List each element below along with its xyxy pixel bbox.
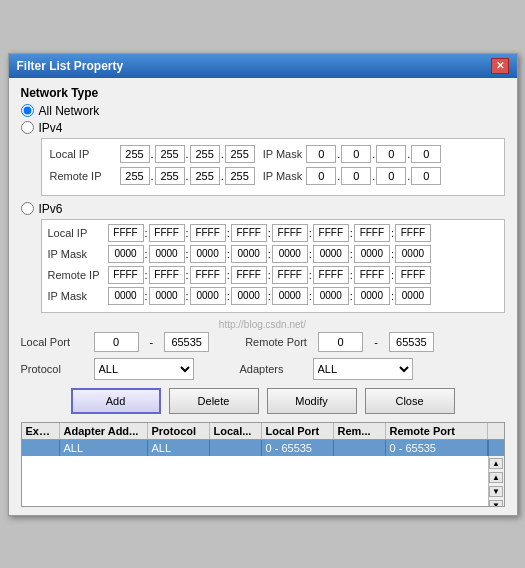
ipv6-local-ip-2[interactable]: [190, 224, 226, 242]
ipv4-local-mask-1[interactable]: [341, 145, 371, 163]
scroll-up2-button[interactable]: ▲: [489, 472, 503, 483]
radio-all-network[interactable]: [21, 104, 34, 117]
ipv6-local-ip-6[interactable]: [354, 224, 390, 242]
ipv6-remote-ip-2[interactable]: [190, 266, 226, 284]
ipv6-local-mask-3[interactable]: [231, 245, 267, 263]
ipv6-remote-mask-row: IP Mask : : : : : :: [48, 287, 498, 305]
ipv4-local-ip-1[interactable]: [155, 145, 185, 163]
ipv4-remote-ip-row: Remote IP . . . IP Mask .: [50, 167, 496, 185]
ipv6-local-mask-4[interactable]: [272, 245, 308, 263]
ipv6-remote-mask-7[interactable]: [395, 287, 431, 305]
local-port-to[interactable]: [164, 332, 209, 352]
ipv6-local-mask-6[interactable]: [354, 245, 390, 263]
ipv6-local-mask-2[interactable]: [190, 245, 226, 263]
col-remote-addr: Rem...: [334, 423, 386, 439]
col-local-addr: Local...: [210, 423, 262, 439]
ipv4-remote-mask-2[interactable]: [376, 167, 406, 185]
ipv6-remote-ip-1[interactable]: [149, 266, 185, 284]
ipv4-local-ip-3[interactable]: [225, 145, 255, 163]
ipv4-local-mask-2[interactable]: [376, 145, 406, 163]
ipv4-remote-mask-1[interactable]: [341, 167, 371, 185]
scroll-up-button[interactable]: ▲: [489, 458, 503, 469]
radio-all-network-label: All Network: [39, 104, 100, 118]
ipv4-remote-mask-field: . . .: [306, 167, 441, 185]
protocol-select[interactable]: ALL TCP UDP ICMP: [94, 358, 194, 380]
ipv6-local-ip-1[interactable]: [149, 224, 185, 242]
ipv6-remote-ip-0[interactable]: [108, 266, 144, 284]
ipv6-remote-mask-3[interactable]: [231, 287, 267, 305]
close-button[interactable]: Close: [365, 388, 455, 414]
delete-button[interactable]: Delete: [169, 388, 259, 414]
table-body: ALL ALL 0 - 65535 0 - 65535 ▲ ▲ ▼ ▼: [22, 440, 504, 506]
table-row[interactable]: ALL ALL 0 - 65535 0 - 65535: [22, 440, 504, 456]
ipv4-local-mask-3[interactable]: [411, 145, 441, 163]
col-protocol: Protocol: [148, 423, 210, 439]
ipv6-remote-ip-4[interactable]: [272, 266, 308, 284]
radio-all-network-row: All Network: [21, 104, 505, 118]
ipv6-remote-ip-6[interactable]: [354, 266, 390, 284]
modify-button[interactable]: Modify: [267, 388, 357, 414]
network-type-label: Network Type: [21, 86, 505, 100]
ipv4-remote-ip-3[interactable]: [225, 167, 255, 185]
port-section: Local Port - Remote Port -: [21, 332, 505, 352]
ipv6-local-mask-field: : : : : : : :: [108, 245, 431, 263]
ipv6-remote-mask-label: IP Mask: [48, 290, 108, 302]
ipv6-remote-mask-2[interactable]: [190, 287, 226, 305]
buttons-row: Add Delete Modify Close: [21, 388, 505, 414]
ipv6-local-mask-label: IP Mask: [48, 248, 108, 260]
ipv6-local-mask-7[interactable]: [395, 245, 431, 263]
close-window-button[interactable]: ✕: [491, 58, 509, 74]
cell-adapter: ALL: [60, 440, 148, 456]
ipv6-remote-mask-0[interactable]: [108, 287, 144, 305]
ipv6-remote-mask-4[interactable]: [272, 287, 308, 305]
ipv4-remote-ip-1[interactable]: [155, 167, 185, 185]
ipv6-local-mask-row: IP Mask : : : : : :: [48, 245, 498, 263]
add-button[interactable]: Add: [71, 388, 161, 414]
ipv4-remote-mask-0[interactable]: [306, 167, 336, 185]
adapters-label: Adapters: [240, 363, 305, 375]
ipv6-local-mask-1[interactable]: [149, 245, 185, 263]
remote-port-from[interactable]: [318, 332, 363, 352]
ipv6-local-ip-4[interactable]: [272, 224, 308, 242]
ipv4-remote-mask-3[interactable]: [411, 167, 441, 185]
ipv6-remote-ip-3[interactable]: [231, 266, 267, 284]
scrollbar: ▲ ▲ ▼ ▼: [488, 456, 504, 506]
radio-ipv4[interactable]: [21, 121, 34, 134]
radio-ipv4-row: IPv4: [21, 121, 505, 135]
ipv6-local-mask-5[interactable]: [313, 245, 349, 263]
ipv6-remote-mask-6[interactable]: [354, 287, 390, 305]
ipv4-remote-ip-0[interactable]: [120, 167, 150, 185]
ipv6-remote-ip-7[interactable]: [395, 266, 431, 284]
ipv4-remote-ip-2[interactable]: [190, 167, 220, 185]
ipv6-remote-ip-label: Remote IP: [48, 269, 108, 281]
remote-port-to[interactable]: [389, 332, 434, 352]
col-adapter: Adapter Add...: [60, 423, 148, 439]
ipv6-local-ip-field: : : : : : : :: [108, 224, 431, 242]
protocol-adapters-section: Protocol ALL TCP UDP ICMP Adapters ALL: [21, 358, 505, 380]
filter-table: Excl... Adapter Add... Protocol Local...…: [21, 422, 505, 507]
radio-ipv6[interactable]: [21, 202, 34, 215]
ipv4-local-ip-2[interactable]: [190, 145, 220, 163]
cell-local-addr: [210, 440, 262, 456]
ipv4-local-ip-row: Local IP . . . IP Mask .: [50, 145, 496, 163]
local-port-from[interactable]: [94, 332, 139, 352]
radio-ipv6-label: IPv6: [39, 202, 63, 216]
table-empty-area: ▲ ▲ ▼ ▼: [22, 456, 504, 506]
ipv6-local-ip-3[interactable]: [231, 224, 267, 242]
main-window: Filter List Property ✕ Network Type All …: [8, 53, 518, 516]
scroll-down2-button[interactable]: ▼: [489, 500, 503, 507]
adapters-select[interactable]: ALL: [313, 358, 413, 380]
ipv4-local-mask-0[interactable]: [306, 145, 336, 163]
scroll-down-button[interactable]: ▼: [489, 486, 503, 497]
remote-port-label: Remote Port: [245, 336, 310, 348]
ipv6-local-ip-5[interactable]: [313, 224, 349, 242]
ipv6-remote-mask-5[interactable]: [313, 287, 349, 305]
ipv6-remote-ip-5[interactable]: [313, 266, 349, 284]
ipv6-local-ip-0[interactable]: [108, 224, 144, 242]
radio-ipv6-row: IPv6: [21, 202, 505, 216]
ipv6-local-ip-7[interactable]: [395, 224, 431, 242]
ipv6-remote-mask-1[interactable]: [149, 287, 185, 305]
ipv4-local-ip-0[interactable]: [120, 145, 150, 163]
ipv4-local-mask-field: . . .: [306, 145, 441, 163]
ipv6-local-mask-0[interactable]: [108, 245, 144, 263]
